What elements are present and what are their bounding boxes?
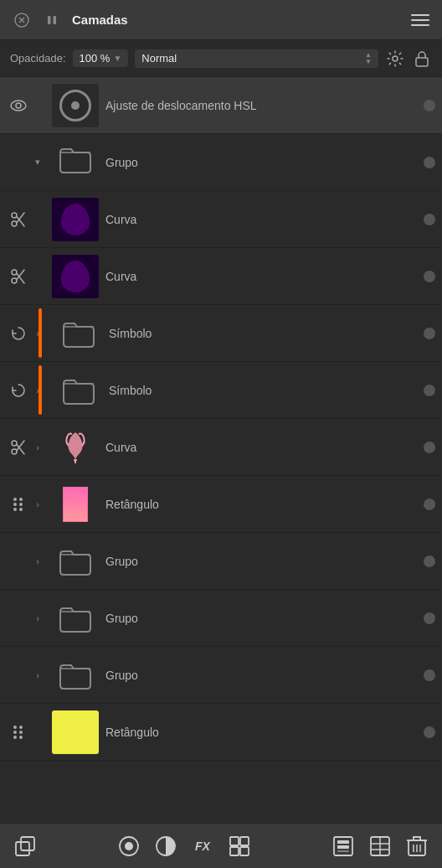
svg-rect-5 (411, 14, 429, 16)
orange-indicator (39, 308, 42, 358)
settings-button[interactable] (385, 49, 405, 69)
opacity-chevron: ▼ (113, 54, 121, 63)
dots-icon[interactable] (7, 496, 30, 513)
close-button[interactable] (12, 10, 32, 30)
expand-arrow[interactable]: › (30, 670, 45, 680)
layer-thumbnail (52, 654, 99, 697)
title-bar-left: Camadas (12, 10, 128, 30)
rotate-icon[interactable] (7, 382, 30, 399)
layer-visibility-dot[interactable] (424, 555, 435, 567)
svg-rect-43 (230, 847, 239, 855)
expand-arrow[interactable]: › (30, 328, 45, 338)
layer-row[interactable]: › Grupo (0, 590, 442, 647)
flatten-button[interactable] (332, 834, 355, 858)
layer-thumbnail (52, 84, 99, 127)
layer-row[interactable]: › Grupo (0, 647, 442, 704)
layer-name: Grupo (105, 612, 419, 625)
new-layer-button[interactable] (117, 834, 141, 858)
svg-point-29 (19, 508, 23, 511)
purple-shape (61, 204, 90, 235)
svg-point-33 (19, 726, 23, 729)
layer-row[interactable]: › Símbolo (0, 305, 442, 362)
layer-thumbnail (52, 710, 99, 754)
blend-mode-control[interactable]: Normal ▲ ▼ (135, 49, 378, 68)
svg-rect-44 (240, 847, 249, 855)
fx-button[interactable]: FX (191, 834, 214, 858)
svg-rect-9 (416, 58, 428, 66)
blend-mode-arrows: ▲ ▼ (365, 52, 372, 65)
layer-name: Retângulo (105, 726, 419, 739)
svg-point-20 (12, 449, 17, 454)
layer-name: Grupo (105, 669, 419, 682)
expand-arrow[interactable]: › (30, 385, 45, 395)
layer-row[interactable]: Curva (0, 191, 442, 248)
layer-name: Curva (105, 213, 419, 226)
visibility-icon[interactable] (7, 100, 30, 111)
hsl-circle-icon (59, 90, 91, 121)
expand-arrow[interactable]: › (30, 556, 45, 566)
svg-point-27 (19, 498, 23, 501)
svg-rect-6 (411, 19, 429, 21)
svg-point-8 (393, 56, 398, 61)
menu-button[interactable] (410, 10, 430, 30)
layer-visibility-dot[interactable] (424, 100, 435, 111)
layer-row[interactable]: › Retângulo (0, 476, 442, 533)
svg-point-21 (12, 441, 17, 446)
layer-row[interactable]: ▾ Grupo (0, 134, 442, 191)
svg-point-13 (12, 213, 17, 218)
expand-arrow[interactable]: › (30, 442, 45, 452)
layer-name: Grupo (105, 156, 419, 169)
opacity-control[interactable]: 100 % ▼ (73, 49, 129, 67)
layer-thumbnail (52, 426, 99, 469)
svg-rect-4 (54, 16, 57, 24)
adjustments-button[interactable] (228, 834, 251, 858)
title-bar: Camadas (0, 0, 442, 40)
mask-button[interactable] (154, 834, 177, 858)
layer-row[interactable]: Ajuste de deslocamento HSL (0, 77, 442, 134)
opacity-label: Opacidade: (10, 52, 66, 65)
expand-arrow[interactable]: › (30, 499, 45, 509)
layer-visibility-dot[interactable] (424, 442, 435, 453)
purple-shape (61, 261, 90, 292)
layer-visibility-dot[interactable] (424, 385, 435, 396)
dots-icon[interactable] (7, 724, 30, 741)
svg-point-34 (19, 731, 23, 734)
layer-visibility-dot[interactable] (424, 612, 435, 624)
layer-thumbnail (52, 255, 99, 298)
scissors-icon[interactable] (7, 439, 30, 456)
layer-visibility-dot[interactable] (424, 499, 435, 510)
rotate-icon[interactable] (7, 325, 30, 342)
layer-name: Grupo (105, 555, 419, 568)
svg-rect-3 (48, 16, 51, 24)
delete-layer-button[interactable] (405, 834, 429, 858)
svg-point-10 (11, 101, 26, 111)
layer-row[interactable]: Retângulo (0, 704, 442, 761)
duplicate-layer-button[interactable] (13, 834, 37, 858)
layer-row[interactable]: › Símbolo (0, 362, 442, 419)
svg-point-32 (13, 736, 17, 739)
layer-row[interactable]: Curva (0, 248, 442, 305)
scissors-icon[interactable] (7, 211, 30, 228)
toolbar-left (13, 834, 37, 858)
layer-visibility-dot[interactable] (424, 214, 435, 225)
layer-visibility-dot[interactable] (424, 271, 435, 282)
layer-row[interactable]: › Curva (0, 419, 442, 476)
layer-name: Retângulo (105, 498, 419, 511)
layer-visibility-dot[interactable] (424, 328, 435, 339)
layer-visibility-dot[interactable] (424, 157, 435, 168)
expand-arrow[interactable]: ▾ (30, 157, 45, 168)
expand-arrow[interactable]: › (30, 613, 45, 623)
scissors-icon[interactable] (7, 268, 30, 285)
layer-thumbnail (52, 540, 99, 583)
layer-name: Símbolo (109, 384, 419, 397)
layer-thumbnail (52, 141, 99, 184)
pause-button[interactable] (42, 10, 62, 30)
layer-visibility-dot[interactable] (424, 669, 435, 681)
lock-button[interactable] (412, 49, 432, 69)
merge-button[interactable] (368, 834, 392, 858)
layer-row[interactable]: › Grupo (0, 533, 442, 590)
layer-visibility-dot[interactable] (424, 726, 435, 738)
layer-name: Curva (105, 441, 419, 454)
svg-point-24 (13, 498, 17, 501)
svg-point-30 (13, 726, 17, 729)
